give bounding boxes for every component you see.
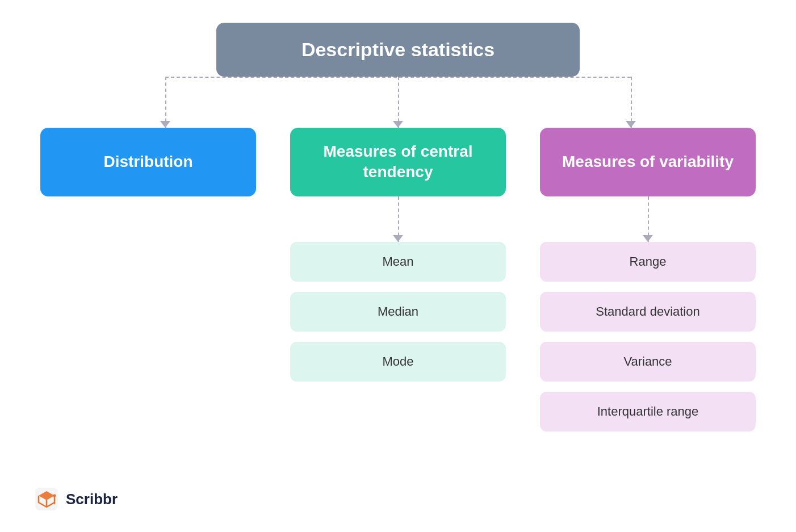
- diagram: Descriptive statistics Distribution Meas…: [34, 23, 762, 432]
- distribution-label: Distribution: [103, 153, 192, 171]
- root-node: Descriptive statistics: [216, 23, 580, 77]
- central-label: Measures of central tendency: [301, 141, 495, 183]
- arrow-left: [160, 121, 170, 128]
- arrow-r2: [643, 235, 653, 242]
- root-connectors: [34, 77, 762, 128]
- logo-row: Scribbr: [34, 487, 118, 512]
- central-item-0: Mean: [290, 242, 506, 282]
- arrow-center: [393, 121, 403, 128]
- central-item-2-label: Mode: [382, 354, 413, 368]
- central-item-2: Mode: [290, 342, 506, 382]
- variability-item-1-label: Standard deviation: [596, 304, 699, 319]
- variability-label: Measures of variability: [562, 153, 734, 171]
- central-item-1-label: Median: [378, 304, 418, 319]
- node-distribution: Distribution: [40, 128, 256, 196]
- node-central: Measures of central tendency: [290, 128, 506, 196]
- variability-item-0-label: Range: [630, 254, 667, 269]
- central-item-1: Median: [290, 292, 506, 332]
- level1-row: Distribution Measures of central tendenc…: [34, 128, 762, 196]
- central-sub-col: Mean Median Mode: [290, 242, 506, 382]
- level2-row: Mean Median Mode Range Standard deviatio…: [34, 242, 762, 432]
- variability-item-1: Standard deviation: [540, 292, 756, 332]
- scribbr-text: Scribbr: [66, 491, 118, 508]
- second-connectors: [34, 196, 762, 242]
- v-line-right: [631, 77, 632, 128]
- arrow-right: [626, 121, 636, 128]
- scribbr-logo-icon: [34, 487, 59, 512]
- variability-item-3-label: Interquartile range: [597, 404, 699, 418]
- variability-item-2: Variance: [540, 342, 756, 382]
- node-variability: Measures of variability: [540, 128, 756, 196]
- variability-item-2-label: Variance: [623, 354, 672, 368]
- root-label: Descriptive statistics: [301, 39, 495, 60]
- variability-sub-col: Range Standard deviation Variance Interq…: [540, 242, 756, 432]
- central-item-0-label: Mean: [382, 254, 413, 269]
- variability-item-0: Range: [540, 242, 756, 282]
- v-line-left: [165, 77, 166, 128]
- v-line-center: [398, 77, 399, 128]
- arrow-c2: [393, 235, 403, 242]
- variability-item-3: Interquartile range: [540, 392, 756, 432]
